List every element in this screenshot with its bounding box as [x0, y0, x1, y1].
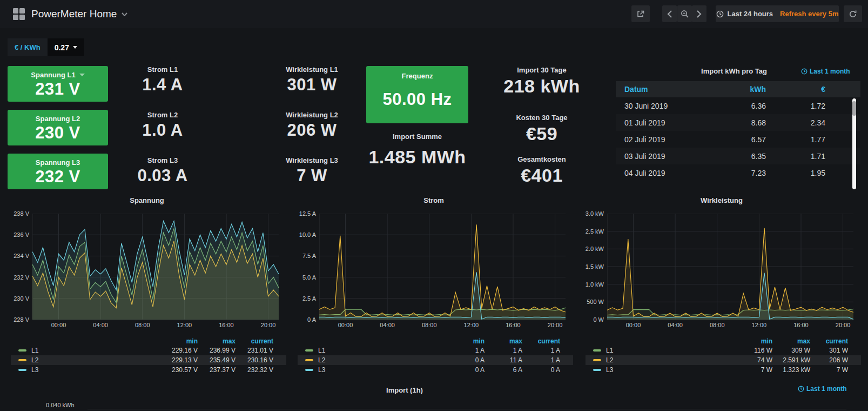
legend-col-min[interactable]: min [160, 337, 198, 345]
x-axis-tick: 04:00 [662, 322, 689, 328]
table-col-kwh[interactable]: kWh [701, 85, 766, 94]
legend-header: minmaxcurrent [298, 337, 573, 346]
legend-swatch [593, 369, 601, 371]
legend-value: 0 A [522, 366, 560, 374]
panel-title[interactable]: Frequenz [366, 72, 468, 80]
legend-col-current[interactable]: current [235, 337, 273, 345]
share-button[interactable] [631, 5, 650, 22]
table-body: 30 Juni 20196.361.7201 Juli 20198.682.34… [616, 97, 860, 181]
legend-value: 11 A [485, 356, 522, 364]
legend-swatch [593, 349, 601, 352]
table-cell: 8.68 [701, 118, 766, 127]
panel-title[interactable]: Spannung L1 [8, 71, 108, 79]
legend-series-L3[interactable]: L37 W1.323 kW7 W [586, 365, 861, 375]
dashboard-title[interactable]: PowerMeter Home [31, 0, 127, 28]
time-range-label: Last 24 hours [728, 10, 773, 18]
legend-value: 235.49 V [198, 356, 235, 364]
x-axis-tick: 08:00 [704, 322, 731, 328]
clock-icon [716, 10, 724, 18]
bottom-time-range-link[interactable]: Last 1 month [798, 385, 847, 393]
legend-col-current[interactable]: current [810, 337, 848, 345]
legend-series-label: L1 [318, 347, 325, 354]
dashboards-grid-icon[interactable] [13, 8, 25, 20]
legend-col-max[interactable]: max [772, 337, 810, 345]
y-axis-tick: 2.5 A [294, 295, 316, 302]
table-time-range-link[interactable]: Last 1 month [801, 68, 850, 75]
panel-title[interactable]: Wirkleistung L2 [259, 111, 365, 119]
x-axis-tick: 08:00 [416, 322, 443, 328]
table-col-datum[interactable]: Datum [616, 85, 701, 94]
panel-title[interactable]: Strom L3 [116, 156, 209, 164]
table-scrollbar-thumb[interactable] [852, 101, 856, 116]
dashboard-title-text: PowerMeter Home [31, 8, 117, 20]
chart-canvas [607, 214, 853, 320]
x-axis-tick: 20:00 [255, 322, 282, 328]
time-shift-forward-button[interactable] [692, 5, 706, 22]
time-picker-button[interactable]: Last 24 hours Refresh every 5m [716, 5, 839, 22]
legend-value: 230.16 V [235, 356, 273, 364]
variable-value-dropdown[interactable]: 0.27 [48, 38, 84, 56]
panel-title[interactable]: Wirkleistung L1 [259, 65, 365, 74]
legend-value: 230.57 V [160, 366, 198, 374]
legend-series-L2[interactable]: L274 W2.591 kW206 W [586, 355, 861, 365]
panel-menu-caret-icon[interactable] [79, 74, 85, 76]
y-axis-tick: 234 V [8, 252, 29, 260]
legend-value: 1.323 kW [772, 366, 810, 374]
navbar: PowerMeter Home Last 24 hour [0, 0, 868, 28]
chart-canvas [32, 214, 279, 320]
legend-series-L1[interactable]: L1116 W309 W301 W [586, 346, 861, 355]
panel-title[interactable]: Spannung L3 [8, 158, 108, 167]
time-shift-back-button[interactable] [662, 5, 677, 22]
legend-series-label: L1 [31, 347, 38, 354]
legend-col-min[interactable]: min [735, 337, 772, 345]
x-axis-tick: 12:00 [457, 322, 485, 328]
panel-title[interactable]: Import 30 Tage [489, 66, 595, 74]
panel-title[interactable]: Kosten 30 Tage [489, 114, 595, 122]
legend-value: 1 A [485, 347, 522, 354]
legend-series-L3[interactable]: L30 A6 A0 A [298, 365, 573, 375]
zoom-out-icon [681, 10, 689, 18]
legend-series-L1[interactable]: L1229.16 V236.99 V231.01 V [11, 346, 286, 355]
panel-title[interactable]: Wirkleistung L3 [259, 156, 365, 164]
zoom-out-button[interactable] [677, 5, 692, 22]
stat-value: €401 [489, 165, 595, 186]
panel-title[interactable]: Spannung L2 [8, 115, 108, 123]
panel-title[interactable]: Strom L2 [116, 111, 209, 119]
table-row: 03 Juli 20196.351.71 [616, 148, 860, 164]
legend-series-L1[interactable]: L11 A1 A1 A [298, 346, 573, 355]
stat-panel-wirkleistung-l3: Wirkleistung L3 7 W [259, 156, 365, 185]
legend-series-L3[interactable]: L3230.57 V237.37 V232.32 V [11, 365, 286, 375]
chart-title[interactable]: Spannung [8, 196, 286, 204]
stat-panel-import-30-tage: Import 30 Tage 218 kWh [489, 66, 595, 97]
panel-title[interactable]: Gesamtkosten [489, 155, 595, 163]
table-scrollbar[interactable] [852, 98, 856, 189]
y-axis-tick: 500 W [582, 298, 604, 306]
legend-col-current[interactable]: current [522, 337, 560, 345]
bottom-panel-title[interactable]: Import (1h) [8, 386, 802, 394]
legend-value: 74 W [735, 356, 772, 364]
legend-series-L2[interactable]: L20 A11 A1 A [298, 355, 573, 365]
table-col-eur[interactable]: € [766, 85, 825, 94]
legend-series-L2[interactable]: L2229.13 V235.49 V230.16 V [11, 355, 286, 365]
y-axis-tick: 5.0 A [294, 274, 316, 281]
chart-title[interactable]: Wirkleistung [582, 196, 861, 204]
legend-value: 7 W [810, 366, 848, 374]
chart-title[interactable]: Strom [294, 196, 573, 204]
x-axis-tick: 00:00 [45, 322, 72, 328]
legend-col-max[interactable]: max [198, 337, 235, 345]
stat-panel-kosten-30-tage: Kosten 30 Tage €59 [489, 114, 595, 144]
stat-panel-strom-l2: Strom L2 1.0 A [116, 111, 209, 140]
stat-panel-spannung-l2: Spannung L2 230 V [8, 110, 108, 145]
panel-title[interactable]: Import Summe [354, 132, 481, 141]
y-axis-tick: 232 V [8, 274, 29, 281]
chart-legend: minmaxcurrentL11 A1 A1 AL20 A11 A1 AL30 … [298, 337, 573, 375]
x-axis-tick: 12:00 [171, 322, 198, 328]
panel-title[interactable]: Strom L1 [116, 65, 209, 74]
stat-value: 50.00 Hz [366, 90, 468, 109]
legend-value: 1 A [522, 347, 560, 354]
chart-canvas [319, 214, 566, 320]
legend-col-min[interactable]: min [447, 337, 485, 345]
refresh-button[interactable] [844, 5, 862, 22]
legend-col-max[interactable]: max [485, 337, 522, 345]
caret-down-icon [73, 46, 77, 49]
